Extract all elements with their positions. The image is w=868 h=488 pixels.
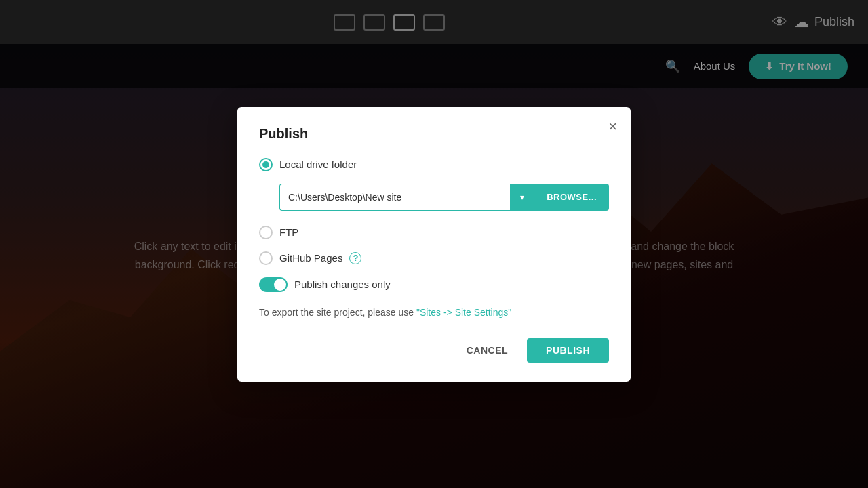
local-drive-radio[interactable]	[259, 158, 273, 171]
github-label: GitHub Pages	[279, 252, 342, 264]
publish-button[interactable]: PUBLISH	[527, 338, 609, 363]
browse-button[interactable]: BROWSE...	[534, 184, 609, 211]
github-help-link[interactable]: ?	[349, 252, 361, 264]
ftp-radio[interactable]	[259, 226, 273, 239]
publish-changes-toggle-row: Publish changes only	[259, 277, 609, 292]
chevron-down-icon: ▾	[520, 192, 524, 202]
ftp-option[interactable]: FTP	[259, 226, 609, 239]
path-dropdown-button[interactable]: ▾	[510, 184, 534, 211]
path-row: ▾ BROWSE...	[279, 184, 609, 211]
export-note-text: To export the site project, please use	[259, 307, 416, 318]
dialog-actions: CANCEL PUBLISH	[259, 338, 609, 363]
dialog-title: Publish	[259, 126, 609, 142]
publish-changes-label: Publish changes only	[294, 279, 391, 290]
publish-dialog: Publish × Local drive folder ▾ BROWSE...…	[237, 107, 631, 382]
publish-changes-toggle[interactable]	[259, 277, 288, 292]
local-drive-option[interactable]: Local drive folder	[259, 158, 609, 171]
github-option[interactable]: GitHub Pages ?	[259, 251, 609, 265]
path-input[interactable]	[279, 184, 510, 211]
ftp-label: FTP	[279, 226, 298, 238]
dialog-close-button[interactable]: ×	[608, 119, 617, 134]
dialog-backdrop: Publish × Local drive folder ▾ BROWSE...…	[0, 0, 868, 488]
export-settings-link[interactable]: "Sites -> Site Settings"	[416, 307, 511, 318]
github-radio[interactable]	[259, 251, 273, 265]
export-note: To export the site project, please use "…	[259, 307, 609, 318]
local-drive-label: Local drive folder	[279, 159, 357, 170]
cancel-button[interactable]: CANCEL	[456, 340, 519, 361]
